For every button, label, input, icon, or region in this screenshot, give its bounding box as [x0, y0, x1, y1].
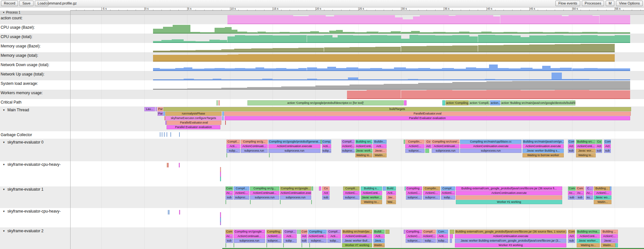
trace-sliver-garbage-collector[interactable]: [160, 132, 160, 137]
trace-event-evaluator2-r1[interactable]: Com: [568, 230, 575, 234]
trace-event-evaluator1-r2[interactable]: Ac...: [586, 191, 593, 195]
record-button[interactable]: Record: [1, 1, 18, 6]
trace-sliver-evaluator2-r4[interactable]: [226, 243, 226, 247]
trace-event-evaluator0-r3[interactable]: Javac work...: [355, 149, 372, 153]
trace-event-evaluator0-r3[interactable]: subprocess.run: [460, 149, 522, 153]
trace-event-evaluator2-r1[interactable]: Compiling src/google...: [234, 230, 265, 234]
trace-sliver-evaluator2-r3[interactable]: [450, 239, 452, 243]
trace-event-evaluator1-r2[interactable]: ActionC...: [441, 191, 455, 195]
trace-event-evaluator0-r1[interactable]: Building src...: [355, 140, 372, 144]
trace-event-evaluator0-r2[interactable]: Act: [568, 144, 574, 148]
trace-event-evaluator1-r4[interactable]: Waiting to...: [361, 200, 382, 204]
trace-sliver-garbage-collector[interactable]: [164, 132, 165, 137]
trace-event-evaluator0-r3[interactable]: Javac...: [373, 149, 387, 153]
trace-sliver-cpu-heavy2-line-a[interactable]: [220, 212, 221, 217]
trace-event-evaluator0-r2[interactable]: Acti...: [373, 144, 387, 148]
trace-event-evaluator0-r1[interactable]: Building src...: [576, 140, 596, 144]
trace-event-main-thread-r3[interactable]: Parallel Evaluator evaluation: [225, 116, 630, 120]
trace-event-evaluator1-r2[interactable]: Acti...: [386, 191, 396, 195]
trace-event-evaluator2-r2[interactable]: ActionConti...: [308, 234, 327, 238]
trace-sliver-cpu-heavy2-line-c[interactable]: [220, 222, 221, 225]
view-options-button[interactable]: View Options: [616, 1, 643, 6]
trace-sliver-evaluator0-r4[interactable]: [226, 153, 227, 157]
processes-button[interactable]: Processes: [582, 1, 604, 6]
trace-event-evaluator0-r2[interactable]: ActionContinuation.execute: [523, 144, 564, 148]
trace-event-evaluator1-r1[interactable]: Com: [568, 186, 576, 191]
trace-sliver-cpu-heavy2-ticks[interactable]: [168, 210, 168, 214]
trace-event-evaluator1-r3[interactable]: Javac wo...: [594, 195, 611, 200]
trace-event-evaluator2-r2[interactable]: ActionC...: [406, 234, 422, 238]
trace-event-evaluator2-r1[interactable]: Compi...: [283, 230, 297, 234]
trace-event-evaluator1-r1[interactable]: Com: [226, 186, 233, 191]
trace-event-evaluator1-r4[interactable]: Worker #1 working: [456, 200, 562, 204]
trace-sliver-evaluator2-r1[interactable]: [297, 230, 299, 234]
trace-event-main-thread-r5[interactable]: Parallel Evaluator evaluation: [167, 125, 220, 129]
trace-sliver-cpu-heavy1-line-c[interactable]: [220, 177, 221, 181]
trace-sliver-garbage-collector[interactable]: [170, 132, 171, 137]
trace-event-evaluator1-r1[interactable]: Build...: [386, 186, 396, 191]
trace-event-evaluator2-r3[interactable]: subproc...: [266, 239, 282, 243]
trace-event-evaluator2-r2[interactable]: Act: [301, 234, 307, 238]
trace-event-evaluator0-r2[interactable]: Act: [425, 144, 431, 148]
trace-event-evaluator2-r3[interactable]: Java...: [373, 239, 385, 243]
trace-event-evaluator1-r2[interactable]: ActionContinuation.execute: [456, 191, 562, 195]
trace-event-evaluator1-r2[interactable]: Ac...: [226, 191, 233, 195]
trace-event-evaluator2-r3[interactable]: subp...: [283, 239, 297, 243]
trace-event-evaluator2-r1[interactable]: Compiling ...: [308, 230, 327, 234]
trace-event-evaluator1-r1[interactable]: Compili...: [343, 186, 360, 191]
trace-event-evaluator0-r2[interactable]: Acti...: [226, 144, 240, 148]
trace-event-evaluator1-r1[interactable]: Building external/com_google_protobuf/ja…: [456, 186, 562, 191]
trace-event-evaluator0-r1[interactable]: Compiling src/main/cpp/blaze.cc: [460, 140, 522, 144]
trace-event-evaluator1-r3[interactable]: subprocess.run: [250, 195, 279, 200]
flow-events-button[interactable]: Flow events: [555, 1, 580, 6]
trace-event-evaluator1-r2[interactable]: Ac...: [576, 191, 584, 195]
trace-event-main-thread-r2[interactable]: ParallelEvaluator.eval: [224, 112, 631, 116]
trace-event-main-thread-r3[interactable]: skyframeExecutor.configureTargets: [165, 116, 222, 120]
trace-sliver-evaluator2-r1[interactable]: [299, 230, 301, 234]
trace-sliver-main-thread-r2[interactable]: [163, 112, 165, 116]
trace-sliver-cpu-heavy1-line-b[interactable]: [220, 172, 221, 177]
trace-event-evaluator2-r3[interactable]: Javac worker Building external/com_googl…: [455, 239, 566, 243]
sidebar-label-main-thread[interactable]: ▼Main Thread: [3, 108, 29, 112]
trace-event-evaluator0-r1[interactable]: Co: [596, 140, 602, 144]
trace-event-evaluator0-r2[interactable]: ActionContinuati...: [241, 144, 268, 148]
trace-event-evaluator0-r4[interactable]: Waiting to borrow worker: [523, 153, 564, 157]
trace-event-evaluator1-r3[interactable]: subproc...: [423, 195, 440, 200]
trace-event-evaluator2-r1[interactable]: Com...: [437, 230, 448, 234]
trace-event-evaluator2-r3[interactable]: Javac ...: [601, 239, 618, 243]
trace-event-evaluator2-r1[interactable]: Compiling...: [266, 230, 282, 234]
trace-event-evaluator1-r3[interactable]: sub: [322, 195, 330, 200]
trace-event-evaluator0-r2[interactable]: ActionC...: [341, 144, 355, 148]
trace-sliver-main-thread-r1[interactable]: [156, 107, 157, 111]
trace-event-evaluator0-r1[interactable]: Compiling src/g...: [241, 140, 268, 144]
trace-event-evaluator0-r2[interactable]: ActionContinuation.execute: [268, 144, 321, 148]
trace-sliver-critical-path[interactable]: [218, 100, 220, 105]
trace-sliver-garbage-collector[interactable]: [162, 132, 162, 137]
trace-event-evaluator1-r3[interactable]: subproc...: [406, 195, 422, 200]
trace-event-evaluator1-r2[interactable]: ActionC...: [343, 191, 360, 195]
trace-event-critical-path[interactable]: action 'Compiling src/google/protobuf/de…: [247, 100, 404, 105]
trace-sliver-evaluator0-r1[interactable]: [404, 140, 405, 144]
trace-sliver-evaluator2-r4[interactable]: [283, 243, 284, 247]
trace-event-evaluator2-r2[interactable]: Ac...: [226, 234, 233, 238]
trace-sliver-cpu-heavy1-ticks[interactable]: [167, 163, 168, 167]
trace-event-evaluator1-r1[interactable]: Compilin...: [423, 186, 440, 191]
trace-event-evaluator1-r3[interactable]: Javac worker...: [361, 195, 382, 200]
trace-event-evaluator0-r3[interactable]: subprocess.run: [268, 149, 321, 153]
trace-sliver-evaluator1-r3[interactable]: [456, 195, 562, 200]
trace-event-evaluator0-r1[interactable]: Compiling src/google/protobuf/generat...: [268, 140, 321, 144]
trace-sliver-garbage-collector[interactable]: [167, 132, 167, 137]
trace-event-evaluator2-r2[interactable]: Acti...: [373, 234, 385, 238]
trace-event-evaluator1-r3[interactable]: subproc...: [343, 195, 360, 200]
metadata-button[interactable]: M: [606, 1, 614, 6]
trace-sliver-evaluator1-r4[interactable]: [226, 200, 226, 204]
trace-sliver-evaluator2-r4[interactable]: [234, 243, 234, 247]
trace-sliver-main-thread-r4[interactable]: [225, 121, 226, 125]
trace-event-evaluator0-r2[interactable]: ActionConti...: [576, 144, 596, 148]
trace-event-evaluator2-r3[interactable]: subp...: [327, 239, 341, 243]
trace-event-evaluator2-r1[interactable]: Com: [301, 230, 307, 234]
trace-event-evaluator2-r2[interactable]: ActionConti...: [577, 234, 600, 238]
trace-event-evaluator1-r4[interactable]: Waitin...: [594, 200, 611, 204]
trace-event-evaluator0-r1[interactable]: Building src/main/java/com/go...: [523, 140, 564, 144]
process-header[interactable]: ▼Process 1: [0, 11, 644, 15]
